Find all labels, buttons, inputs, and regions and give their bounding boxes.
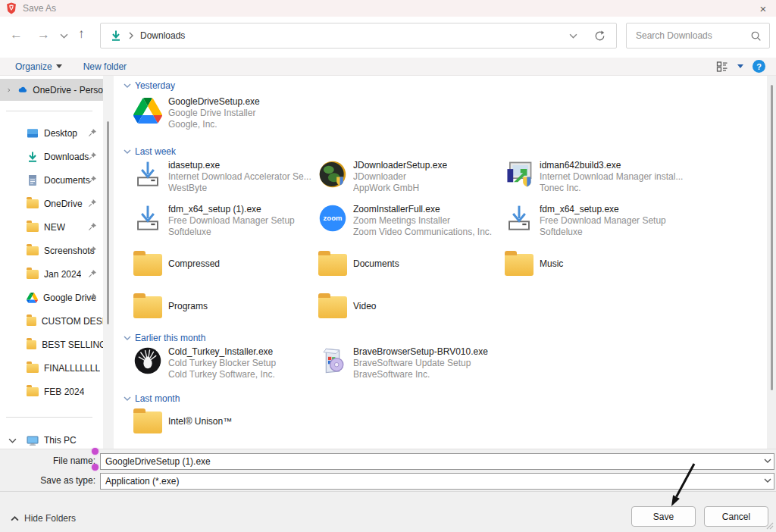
text-selection-handle[interactable] (92, 464, 99, 471)
help-button[interactable]: ? (753, 60, 765, 73)
new-folder-button[interactable]: New folder (83, 61, 127, 72)
file-item[interactable]: idasetup.exe Internet Download Accelerat… (133, 159, 315, 200)
folder-icon (27, 246, 39, 255)
save-type-select[interactable]: Application (*.exe) (100, 473, 774, 490)
pin-icon (88, 175, 97, 184)
folder-icon (27, 364, 39, 373)
address-dropdown-chevron-icon[interactable] (569, 33, 577, 39)
idm-icon (505, 159, 534, 189)
search-box (626, 23, 770, 49)
fields-panel: File name: Save as type: Application (*.… (0, 449, 776, 491)
sidebar-item-onedrive[interactable]: OneDrive (0, 192, 103, 215)
folder-icon (318, 296, 347, 318)
file-publisher: Softdeluxe (540, 227, 666, 238)
group-header-last-week[interactable]: Last week (124, 146, 176, 157)
group-collapse-chevron-icon[interactable] (124, 83, 131, 88)
file-name-input[interactable] (100, 453, 774, 470)
group-header-yesterday[interactable]: Yesterday (124, 80, 175, 91)
sidebar-divider (6, 111, 92, 111)
folder-icon (133, 296, 162, 318)
folder-name: Music (540, 258, 563, 283)
sidebar-scrollbar-thumb[interactable] (107, 121, 109, 324)
folder-item[interactable]: Documents (318, 249, 500, 283)
installer-tray-icon (133, 159, 162, 189)
search-input[interactable] (634, 30, 750, 42)
software-box-icon (318, 346, 347, 376)
sidebar-item-onedrive-personal[interactable]: OneDrive - Perso (0, 79, 103, 101)
collapse-chevron-icon[interactable] (8, 438, 17, 443)
folder-icon (27, 270, 39, 279)
pin-icon (88, 199, 97, 208)
up-icon[interactable]: ↑ (78, 27, 85, 40)
sidebar-item-jan-2024[interactable]: Jan 2024 (0, 262, 103, 286)
organize-button[interactable]: Organize (15, 61, 62, 72)
group-collapse-chevron-icon[interactable] (124, 396, 131, 401)
file-item[interactable]: fdm_x64_setup.exe Free Download Manager … (505, 203, 687, 244)
file-item[interactable]: fdm_x64_setup (1).exe Free Download Mana… (133, 203, 315, 244)
file-publisher: Google, Inc. (168, 119, 260, 130)
group-header-last-month[interactable]: Last month (124, 393, 180, 404)
installer-tray-icon (133, 203, 162, 233)
sidebar-pinned-list: Desktop Downloads Documents OneDrive NEW (0, 121, 103, 403)
folder-item[interactable]: Compressed (133, 249, 315, 283)
folder-item[interactable]: Video (318, 291, 500, 326)
resize-grip[interactable] (766, 522, 774, 530)
cancel-button[interactable]: Cancel (704, 506, 768, 527)
save-type-dropdown-chevron-icon[interactable] (764, 478, 771, 483)
group-collapse-chevron-icon[interactable] (124, 149, 131, 154)
expand-chevron-icon[interactable] (8, 86, 10, 94)
recent-locations-chevron-icon[interactable] (60, 33, 68, 39)
refresh-icon[interactable] (594, 30, 605, 42)
folder-item[interactable]: Music (505, 249, 687, 283)
file-item[interactable]: Cold_Turkey_Installer.exe Cold Turkey Bl… (133, 346, 315, 386)
forward-icon[interactable]: → (37, 28, 50, 41)
sidebar-item-screenshots[interactable]: Screenshots (0, 239, 103, 262)
folder-icon (318, 254, 347, 276)
file-item[interactable]: JDownloaderSetup.exe JDownloader AppWork… (318, 159, 500, 200)
file-name-dropdown-chevron-icon[interactable] (764, 458, 771, 463)
address-bar[interactable]: Downloads (100, 23, 617, 49)
google-drive-icon (27, 293, 38, 303)
sidebar-item-desktop[interactable]: Desktop (0, 121, 103, 145)
organize-caret-icon (56, 64, 62, 68)
folder-item[interactable]: Programs (133, 291, 315, 326)
sidebar-item-downloads[interactable]: Downloads (0, 145, 103, 168)
breadcrumb[interactable]: Downloads (140, 30, 185, 41)
save-type-label: Save as type: (0, 475, 95, 486)
sidebar-item-documents[interactable]: Documents (0, 168, 103, 192)
group-collapse-chevron-icon[interactable] (124, 336, 131, 340)
sidebar-item-best-selling[interactable]: BEST SELLING D (0, 333, 103, 356)
file-desc: JDownloader (353, 171, 447, 183)
file-desc: Google Drive Installer (168, 108, 260, 119)
sidebar-item-google-drive[interactable]: Google Drive (0, 286, 103, 309)
installer-tray-icon (505, 203, 534, 233)
folder-icon (133, 412, 162, 433)
pin-icon (88, 152, 97, 161)
sidebar-item-custom-design[interactable]: CUSTOM DESIGN (0, 309, 103, 333)
file-item[interactable]: ZoomInstallerFull.exe Zoom Meetings Inst… (318, 203, 500, 244)
view-mode-caret-icon[interactable] (737, 64, 743, 68)
file-name: Cold_Turkey_Installer.exe (168, 346, 276, 358)
file-item[interactable]: BraveBrowserSetup-BRV010.exe BraveSoftwa… (318, 346, 500, 386)
sidebar-item-feb-2024[interactable]: FEB 2024 (0, 380, 103, 403)
view-mode-icon[interactable] (716, 61, 728, 73)
file-item[interactable]: idman642build3.exe Internet Download Man… (505, 159, 687, 200)
text-selection-handle[interactable] (92, 448, 99, 455)
title-bar: Save As × (0, 0, 776, 17)
sidebar-item-this-pc[interactable]: This PC (0, 430, 103, 449)
close-icon[interactable]: × (750, 0, 776, 17)
document-icon (27, 174, 39, 186)
folder-name: Programs (168, 301, 208, 326)
folder-item[interactable]: Intel® Unison™ (133, 406, 315, 441)
file-item[interactable]: GoogleDriveSetup.exe Google Drive Instal… (133, 95, 315, 136)
file-name: GoogleDriveSetup.exe (168, 95, 260, 108)
back-icon[interactable]: ← (10, 28, 23, 41)
search-icon[interactable] (750, 30, 762, 42)
file-list: Yesterday GoogleDriveSetup.exe Google Dr… (114, 76, 767, 449)
sidebar-item-new[interactable]: NEW (0, 215, 103, 239)
save-button[interactable]: Save (631, 506, 696, 527)
main-scrollbar-thumb[interactable] (771, 85, 773, 390)
group-header-earlier-this-month[interactable]: Earlier this month (124, 333, 205, 343)
hide-folders-button[interactable]: Hide Folders (11, 513, 76, 524)
sidebar-item-final[interactable]: FINALLLLLLL (0, 356, 103, 380)
